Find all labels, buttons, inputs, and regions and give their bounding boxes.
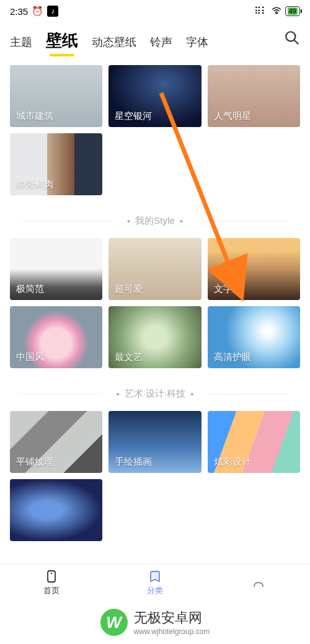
category-icon	[148, 569, 162, 584]
tab-wallpaper[interactable]: 壁纸	[46, 30, 78, 51]
search-button[interactable]	[284, 30, 300, 48]
status-bar: 2:35 ⏰ ♪ ⠿⠇ 49	[0, 0, 310, 22]
art-grid: 平铺纹理 手绘插画 炫彩设计	[10, 411, 300, 541]
category-card-illustration[interactable]: 手绘插画	[108, 411, 201, 473]
bottom-nav: 首页 分类	[0, 563, 310, 601]
svg-rect-3	[48, 571, 55, 582]
style-grid: 极简范 超可爱 文字控 中国风 最文艺 高清护眼	[10, 238, 300, 368]
svg-point-4	[51, 572, 52, 573]
tab-font[interactable]: 字体	[186, 35, 208, 50]
status-time: 2:35	[10, 6, 28, 17]
section-art: •艺术·设计·科技•	[10, 388, 300, 400]
signal-icon: ⠿⠇	[254, 6, 268, 17]
nav-home[interactable]: 首页	[0, 564, 104, 601]
tab-theme[interactable]: 主题	[10, 35, 32, 50]
tab-live-wallpaper[interactable]: 动态壁纸	[92, 35, 136, 50]
svg-line-1	[294, 40, 298, 44]
watermark-url: www.wjhotelgroup.com	[134, 627, 210, 636]
category-card-galaxy[interactable]: 星空银河	[108, 65, 201, 127]
battery-icon: 49	[285, 6, 300, 16]
home-icon	[44, 569, 59, 584]
category-card-colorful[interactable]: 炫彩设计	[208, 411, 300, 473]
search-icon	[284, 30, 300, 46]
profile-icon	[251, 575, 266, 590]
category-card-cute[interactable]: 超可爱	[108, 238, 201, 300]
nav-profile[interactable]	[206, 564, 310, 601]
category-card-celebrity[interactable]: 人气明星	[208, 65, 300, 127]
alarm-icon: ⏰	[32, 6, 43, 17]
category-card-hd[interactable]: 高清护眼	[208, 306, 300, 368]
content-area: 城市建筑 星空银河 人气明星 帅哥鲜肉 •我的Style• 极简范 超可爱 文字…	[0, 56, 310, 589]
category-card-more[interactable]	[10, 479, 102, 541]
tab-ringtone[interactable]: 铃声	[150, 35, 172, 50]
category-card-text[interactable]: 文字控	[208, 238, 300, 300]
watermark-logo: W	[100, 609, 128, 636]
top-category-grid: 城市建筑 星空银河 人气明星 帅哥鲜肉	[10, 65, 300, 195]
section-my-style: •我的Style•	[10, 215, 300, 227]
watermark-brand: 无极安卓网	[134, 609, 210, 627]
category-card-minimal[interactable]: 极简范	[10, 238, 102, 300]
category-card-texture[interactable]: 平铺纹理	[10, 411, 102, 473]
category-card-chinese[interactable]: 中国风	[10, 306, 102, 368]
category-tabs: 主题 壁纸 动态壁纸 铃声 字体	[0, 22, 310, 56]
watermark: W 无极安卓网 www.wjhotelgroup.com	[0, 601, 310, 644]
category-card-city[interactable]: 城市建筑	[10, 65, 102, 127]
app-icon: ♪	[47, 6, 58, 17]
category-card-handsome[interactable]: 帅哥鲜肉	[10, 133, 102, 195]
nav-category[interactable]: 分类	[104, 564, 207, 601]
category-card-arty[interactable]: 最文艺	[108, 306, 201, 368]
wifi-icon	[271, 6, 282, 17]
